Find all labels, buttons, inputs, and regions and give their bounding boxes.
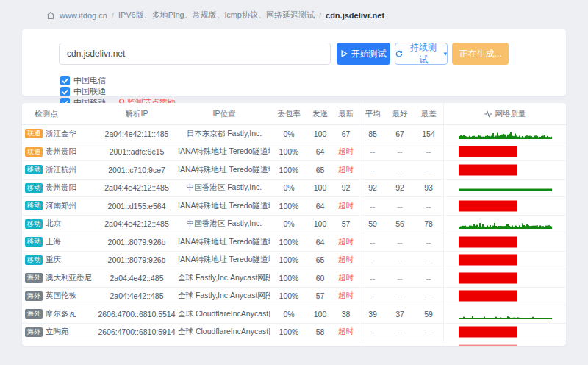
column-header: 解析IP — [96, 109, 178, 119]
column-header: 平均 — [359, 103, 386, 124]
resolved-ip: 2606:4700::6810:5914 — [96, 327, 178, 336]
resolved-ip: 2001::8079:926b — [96, 238, 178, 247]
worst-latency: 78 — [414, 219, 443, 228]
quality-cell — [443, 341, 566, 346]
table-row: 移动 河南郑州 2001::d155:e564 IANA特殊地址 Teredo隧… — [22, 197, 566, 216]
check-icon — [62, 89, 68, 95]
quality-cell — [443, 161, 566, 179]
home-icon — [46, 11, 55, 20]
chevron-down-icon: ▾ — [443, 50, 447, 57]
resolved-ip: 2001::c710:9ce7 — [96, 166, 178, 174]
avg-latency: 59 — [359, 216, 386, 233]
continuous-test-button[interactable]: 持续测试 ▾ — [395, 43, 448, 65]
quality-chart — [459, 272, 552, 284]
breadcrumb-site[interactable]: www.itdog.cn — [60, 11, 107, 20]
avg-latency — [359, 341, 386, 346]
isp-badge: 海外 — [25, 291, 43, 301]
checkbox[interactable] — [60, 76, 70, 85]
column-header: 最好 — [386, 109, 414, 119]
sent-count: 64 — [307, 202, 333, 210]
isp-badge: 联通 — [25, 147, 43, 157]
sent-count: 60 — [307, 274, 333, 283]
resolved-ip: 2a04:4e42:11::485 — [96, 130, 178, 138]
checkbox[interactable] — [60, 87, 70, 96]
column-header: 丢包率 — [270, 109, 307, 119]
table-row: 移动 浙江杭州 2001::c710:9ce7 IANA特殊地址 Teredo隧… — [22, 161, 566, 180]
loss-rate: 0% — [270, 130, 307, 138]
quality-chart — [459, 200, 552, 212]
node-cell: 海外 澳大利亚悉尼 — [22, 273, 96, 283]
node-cell: 移动 上海 — [22, 237, 96, 247]
ip-location: IANA特殊地址 Teredo隧道地址 — [178, 165, 270, 175]
quality-cell — [443, 305, 566, 323]
latest-latency: 超时 — [333, 146, 359, 157]
table-row: 海外 立陶宛 2606:4700::6810:5914 全球 Cloudflar… — [22, 324, 566, 342]
target-host-input[interactable] — [59, 43, 331, 65]
node-name: 重庆 — [46, 255, 61, 265]
table-row: 移动 北京 2a04:4e42:12::485 中国香港区 Fastly,Inc… — [22, 216, 566, 234]
quality-chart — [459, 290, 552, 302]
best-latency: -- — [386, 202, 414, 210]
latest-latency: 超时 — [333, 327, 359, 337]
resolved-ip: 2a04:4e42:12::485 — [96, 219, 178, 228]
worst-latency: -- — [414, 274, 443, 283]
worst-latency: -- — [414, 147, 443, 156]
column-header: 检测点 — [22, 109, 96, 119]
isp-checkbox-中国联通[interactable]: 中国联通 — [60, 86, 106, 97]
column-header: 发送 — [307, 109, 333, 119]
sent-count: 65 — [307, 255, 333, 264]
ip-location: 中国香港区 Fastly,Inc. — [178, 182, 270, 193]
quality-chart — [459, 344, 552, 346]
loss-rate: 0% — [270, 219, 307, 228]
breadcrumb-section[interactable]: IPV6版、多地Ping、常规版、icmp协议、网络延迟测试 — [118, 10, 315, 21]
avg-latency: -- — [359, 143, 386, 161]
quality-cell — [443, 125, 566, 143]
checkbox-label: 中国联通 — [74, 86, 106, 97]
start-test-button[interactable]: 开始测试 — [337, 43, 390, 65]
quality-chart — [459, 254, 552, 266]
node-cell: 海外 立陶宛 — [22, 327, 96, 337]
worst-latency: -- — [414, 202, 443, 210]
best-latency: -- — [386, 274, 414, 283]
results-table: 检测点解析IPIP位置丢包率发送最新平均最好最差网络质量 联通 浙江金华 2a0… — [22, 103, 566, 346]
sent-count: 64 — [307, 238, 333, 247]
avg-latency: -- — [359, 288, 386, 305]
breadcrumb-current: cdn.jsdelivr.net — [326, 11, 384, 20]
avg-latency: 92 — [359, 180, 386, 197]
quality-chart — [459, 326, 552, 338]
latest-latency: 超时 — [333, 237, 359, 247]
worst-latency: -- — [414, 238, 443, 247]
quality-chart — [459, 128, 552, 140]
latest-latency: 38 — [333, 310, 359, 319]
isp-badge: 移动 — [25, 237, 43, 247]
resolved-ip: 2001::8079:926b — [96, 255, 178, 264]
refresh-icon — [395, 50, 403, 57]
sent-count: 65 — [307, 166, 333, 174]
ip-location: IANA特殊地址 Teredo隧道地址 — [178, 255, 270, 265]
table-header: 检测点解析IPIP位置丢包率发送最新平均最好最差网络质量 — [22, 103, 566, 125]
quality-cell — [443, 197, 566, 215]
isp-badge: 移动 — [25, 219, 43, 229]
sent-count: 100 — [307, 183, 333, 192]
table-row: 海外 英国伦敦 2a04:4e42::485 全球 Fastly,Inc.Any… — [22, 288, 566, 306]
ip-location: 全球 CloudflareIncAnycast网段 — [178, 309, 270, 319]
node-cell: 海外 摩尔多瓦 — [22, 309, 96, 319]
quality-cell — [443, 233, 566, 251]
latest-latency: 92 — [333, 183, 359, 192]
loss-rate: 0% — [270, 183, 307, 192]
node-name: 英国伦敦 — [46, 291, 76, 301]
quality-chart — [459, 308, 552, 320]
resolved-ip: 2a04:4e42::485 — [96, 274, 178, 283]
loss-rate: 100% — [270, 166, 307, 174]
sent-count: 100 — [307, 310, 333, 319]
best-latency: -- — [386, 238, 414, 247]
ip-location: IANA特殊地址 Teredo隧道地址 — [178, 201, 270, 211]
play-icon — [341, 50, 348, 57]
generating-button[interactable]: 正在生成... — [452, 43, 509, 65]
isp-checkbox-中国电信[interactable]: 中国电信 — [60, 75, 106, 86]
quality-chart — [459, 164, 552, 176]
sent-count: 100 — [307, 219, 333, 228]
quality-cell — [443, 288, 566, 305]
loss-rate: 100% — [270, 255, 307, 264]
check-icon — [62, 78, 68, 84]
